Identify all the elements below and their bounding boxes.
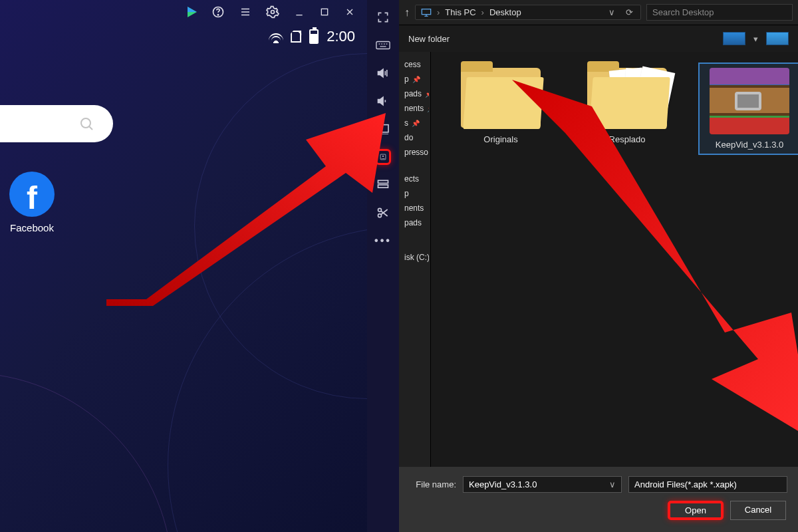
svg-text:APK: APK xyxy=(381,158,384,160)
chevron-down-icon[interactable]: ∨ xyxy=(606,7,618,17)
folder-item[interactable]: Resplado xyxy=(577,68,677,144)
search-input[interactable]: Search Desktop xyxy=(646,4,793,21)
svg-rect-5 xyxy=(376,42,390,49)
dialog-nav-tree[interactable]: cess p📌 pads📌 nents📌 s📌 do presso ects p… xyxy=(399,52,431,467)
search-icon xyxy=(78,116,94,132)
apk-install-icon: APK xyxy=(380,148,386,166)
svg-point-2 xyxy=(271,11,275,14)
svg-rect-6 xyxy=(378,125,388,132)
open-button[interactable]: Open xyxy=(668,501,724,520)
preview-pane-button[interactable] xyxy=(766,32,789,45)
battery-icon xyxy=(309,29,319,44)
home-search-bar[interactable] xyxy=(0,105,113,142)
svg-point-4 xyxy=(81,118,90,128)
refresh-icon[interactable]: ⟳ xyxy=(623,7,635,17)
file-open-dialog: ↑ › This PC › Desktop ∨ ⟳ Search Desktop… xyxy=(399,0,798,532)
file-manager-icon[interactable] xyxy=(375,177,391,193)
minimize-icon[interactable] xyxy=(294,7,305,17)
breadcrumb-bar[interactable]: › This PC › Desktop ∨ ⟳ xyxy=(415,5,641,20)
svg-point-12 xyxy=(378,214,382,217)
android-status-bar: 2:00 xyxy=(269,28,355,45)
svg-rect-13 xyxy=(422,9,430,14)
archive-item-selected[interactable]: KeepVid_v3.1.3.0 xyxy=(700,64,798,154)
svg-rect-9 xyxy=(378,180,388,183)
folder-icon xyxy=(587,68,667,128)
volume-down-icon[interactable] xyxy=(375,93,391,109)
archive-icon xyxy=(710,68,789,134)
close-icon[interactable] xyxy=(344,7,355,17)
cancel-button[interactable]: Cancel xyxy=(730,501,786,520)
svg-rect-10 xyxy=(378,185,388,188)
help-icon[interactable] xyxy=(211,5,225,19)
settings-icon[interactable] xyxy=(266,5,279,19)
emulator-screen: 2:00 f Facebook xyxy=(0,0,367,532)
filetype-select[interactable]: Android Files(*.apk *.xapk) xyxy=(628,476,787,493)
scissors-icon[interactable] xyxy=(375,205,391,221)
menu-icon[interactable] xyxy=(239,6,251,18)
svg-point-1 xyxy=(217,15,218,15)
crumb-desktop[interactable]: Desktop xyxy=(489,7,521,17)
no-sim-icon xyxy=(291,31,301,43)
pc-icon xyxy=(421,8,432,17)
folder-item[interactable]: Originals xyxy=(451,68,551,144)
wifi-icon xyxy=(269,30,283,43)
chevron-down-icon[interactable]: ∨ xyxy=(609,479,616,489)
emulator-sidebar: APK ••• xyxy=(367,0,399,532)
file-list: Originals Resplado KeepVid_v3.1.3.0 xyxy=(431,52,798,467)
dialog-footer: File name: KeepVid_v3.1.3.0 ∨ Android Fi… xyxy=(399,467,798,532)
play-store-icon[interactable] xyxy=(188,7,197,17)
svg-point-11 xyxy=(378,208,382,211)
view-mode-button[interactable] xyxy=(723,32,745,45)
expand-icon[interactable] xyxy=(375,9,391,25)
filename-input[interactable]: KeepVid_v3.1.3.0 ∨ xyxy=(463,476,622,493)
chevron-down-icon[interactable]: ▾ xyxy=(753,34,758,44)
clock-text: 2:00 xyxy=(327,28,355,45)
emulator-titlebar xyxy=(188,5,355,19)
volume-up-icon[interactable] xyxy=(375,65,391,81)
fullscreen-icon[interactable] xyxy=(375,121,391,137)
nav-up-icon[interactable]: ↑ xyxy=(404,7,410,19)
app-label: Facebook xyxy=(9,222,55,233)
apk-install-button[interactable]: APK xyxy=(375,149,391,165)
facebook-icon: f xyxy=(9,172,55,217)
new-folder-button[interactable]: New folder xyxy=(408,34,450,44)
svg-rect-3 xyxy=(321,9,327,15)
app-shortcut-facebook[interactable]: f Facebook xyxy=(9,172,55,233)
filename-label: File name: xyxy=(410,479,456,489)
maximize-icon[interactable] xyxy=(319,7,330,17)
folder-icon xyxy=(461,68,541,128)
more-icon[interactable]: ••• xyxy=(375,233,391,249)
keyboard-icon[interactable] xyxy=(375,37,391,53)
crumb-this-pc[interactable]: This PC xyxy=(445,7,475,17)
